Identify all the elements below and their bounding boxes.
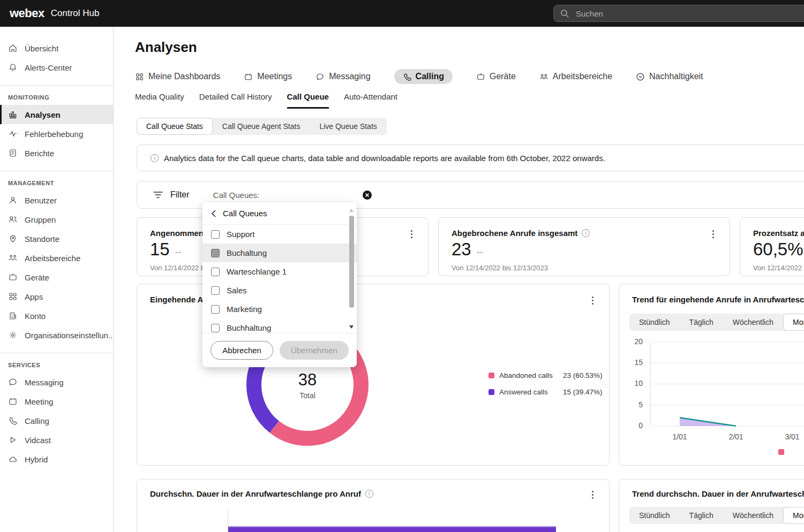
tab-nachhaltigkeit[interactable]: Nachhaltigkeit (636, 72, 703, 81)
tab-stuendlich[interactable]: Stündlich (629, 507, 680, 524)
sidebar-item-analysen[interactable]: Analysen (0, 105, 113, 124)
sidebar-item-hybrid[interactable]: Hybrid (0, 450, 113, 469)
sidebar-item-fehlerbehebung[interactable]: Fehlerbehebung (0, 124, 113, 143)
dropdown-scrollbar[interactable] (349, 209, 355, 332)
tab-call-queue-agent-stats[interactable]: Call Queue Agent Stats (213, 118, 310, 135)
scrollbar-thumb[interactable] (349, 216, 354, 308)
tab-geraete[interactable]: Geräte (476, 72, 516, 81)
legend-item-abandoned[interactable]: Abandoned calls 23 (60.53%) (489, 371, 603, 379)
tab-live-queue-stats[interactable]: Live Queue Stats (310, 118, 386, 135)
checkbox-unchecked[interactable] (211, 286, 220, 295)
global-search[interactable] (553, 5, 804, 22)
x-tick: 3/01 (779, 432, 804, 441)
dropdown-header[interactable]: Call Queues (202, 202, 357, 225)
trend-duration-interval-tabs: Stündlich Täglich Wöchentlich Monatlich (629, 507, 804, 524)
sidebar-item-berichte[interactable]: Berichte (0, 143, 113, 163)
kpi-delta: -- (477, 247, 483, 258)
kebab-menu-icon[interactable] (589, 296, 596, 306)
kpi-value: 15 (150, 239, 170, 260)
trend-interval-tabs: Stündlich Täglich Wöchentlich Monatlich (629, 314, 804, 331)
tab-detailed-call-history[interactable]: Detailed Call History (199, 92, 272, 107)
sidebar-item-organisationseinstellungen[interactable]: Organisationseinstellun... (0, 325, 113, 345)
tab-taeglich[interactable]: Täglich (680, 507, 723, 524)
sidebar-item-alerts-center[interactable]: Alerts-Center (0, 58, 113, 77)
sidebar-item-geraete[interactable]: Geräte (0, 268, 113, 287)
tab-arbeitsbereiche[interactable]: Arbeitsbereiche (539, 72, 612, 81)
sidebar-item-standorte[interactable]: Standorte (0, 229, 113, 248)
kpi-card-prozentsatz: Prozentsatz ab 60,5%- Von 12/14/2022 b (740, 217, 804, 276)
meetings-icon (244, 72, 253, 81)
tab-auto-attendant[interactable]: Auto-Attendant (344, 92, 397, 107)
kebab-menu-icon[interactable] (709, 230, 717, 239)
tab-stuendlich[interactable]: Stündlich (629, 314, 680, 331)
checkbox-unchecked[interactable] (211, 268, 220, 276)
option-label: Marketing (227, 305, 262, 314)
trend-legend-swatch (778, 449, 784, 455)
kebab-menu-icon[interactable] (589, 490, 596, 500)
scroll-down-icon[interactable] (349, 325, 354, 329)
sidebar-item-uebersicht[interactable]: Übersicht (0, 39, 113, 58)
sidebar-item-arbeitsbereiche[interactable]: Arbeitsbereiche (0, 248, 113, 268)
sidebar-item-benutzer[interactable]: Benutzer (0, 191, 113, 210)
tab-media-quality[interactable]: Media Quality (135, 92, 184, 107)
clear-filter-button[interactable] (363, 191, 372, 200)
workspaces-icon (8, 253, 18, 263)
tab-woechentlich[interactable]: Wöchentlich (723, 314, 783, 331)
checkbox-unchecked[interactable] (211, 230, 220, 239)
messaging-icon (8, 377, 18, 387)
option-buchaltung[interactable]: Buchaltung (202, 244, 357, 262)
tab-taeglich[interactable]: Täglich (680, 314, 723, 331)
kpi-value: 23 (452, 239, 471, 260)
option-sales[interactable]: Sales (202, 281, 357, 300)
page-title: Analysen (135, 39, 197, 56)
y-tick: 5 (621, 400, 643, 409)
sidebar-item-gruppen[interactable]: Gruppen (0, 210, 113, 229)
option-buchhaltung[interactable]: Buchhaltung (202, 318, 357, 333)
checkbox-unchecked[interactable] (211, 324, 220, 332)
kpi-delta: -- (175, 247, 182, 258)
sidebar-item-vidcast[interactable]: Vidcast (0, 430, 113, 450)
sidebar-divider (0, 171, 113, 171)
tab-label: Arbeitsbereiche (553, 72, 612, 81)
webex-logo: webex (10, 6, 44, 20)
checkbox-partial[interactable] (211, 249, 220, 257)
option-warteschlange-1[interactable]: Warteschlange 1 (202, 262, 357, 281)
tab-calling[interactable]: Calling (394, 69, 453, 84)
tab-messaging[interactable]: Messaging (315, 72, 370, 81)
kebab-menu-icon[interactable] (408, 230, 415, 239)
home-icon (8, 43, 18, 53)
section-header-services: SERVICES (8, 362, 113, 368)
legend-label: Abandoned calls (499, 371, 558, 379)
option-support[interactable]: Support (202, 225, 357, 244)
trend-area-chart (646, 338, 804, 431)
kpi-period: Von 12/14/2022 b (753, 264, 804, 272)
tab-monatlich[interactable]: Monatlich (783, 507, 804, 524)
checkbox-unchecked[interactable] (211, 305, 220, 314)
sidebar-item-apps[interactable]: Apps (0, 287, 113, 306)
sidebar-item-label: Geräte (25, 273, 49, 282)
sidebar-item-messaging[interactable]: Messaging (0, 373, 113, 392)
tab-meetings[interactable]: Meetings (244, 72, 292, 81)
scroll-up-icon[interactable] (349, 209, 354, 212)
tab-monatlich[interactable]: Monatlich (783, 314, 804, 331)
legend-item-answered[interactable]: Answered calls 15 (39.47%) (489, 388, 603, 396)
sidebar-item-calling[interactable]: Calling (0, 411, 113, 430)
tab-meine-dashboards[interactable]: Meine Dashboards (135, 72, 220, 81)
sidebar-item-konto[interactable]: Konto (0, 306, 113, 325)
sidebar-item-label: Meeting (25, 397, 53, 406)
search-input[interactable] (575, 9, 778, 19)
kpi-value: 60,5% (753, 239, 803, 260)
tab-label: Messaging (329, 72, 370, 81)
tab-call-queue-stats[interactable]: Call Queue Stats (137, 118, 213, 135)
filter-field-call-queues[interactable]: Call Queues: (213, 191, 260, 200)
cancel-button[interactable]: Abbrechen (211, 341, 273, 360)
sidebar-item-meeting[interactable]: Meeting (0, 392, 113, 411)
option-marketing[interactable]: Marketing (202, 300, 357, 318)
info-icon (151, 154, 159, 162)
tab-woechentlich[interactable]: Wöchentlich (723, 507, 783, 524)
legend-label: Answered calls (499, 388, 558, 396)
tab-call-queue[interactable]: Call Queue (287, 92, 329, 109)
dropdown-footer: Abbrechen Übernehmen (202, 333, 357, 367)
kpi-card-abgebrochene: Abgebrochene Anrufe insgesamt 23-- Von 1… (438, 217, 730, 276)
apply-button[interactable]: Übernehmen (280, 341, 349, 360)
